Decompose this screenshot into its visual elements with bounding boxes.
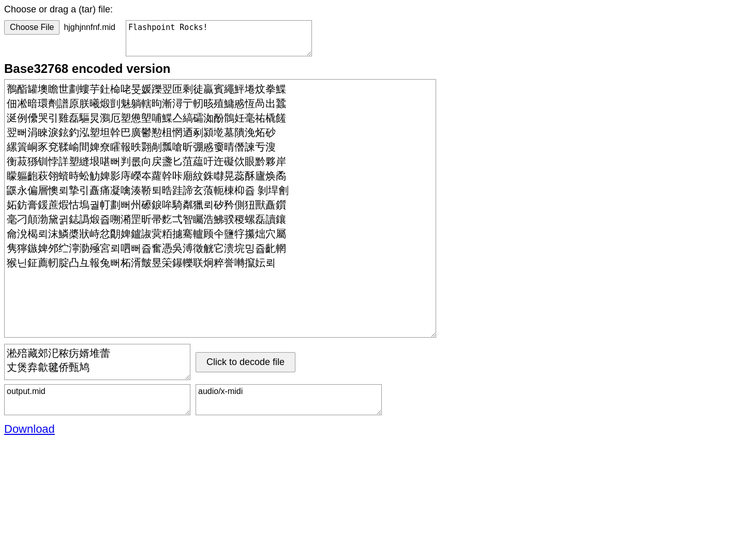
download-link[interactable]: Download <box>4 422 727 436</box>
top-section: Choose File hjghjnnfnf.mid <box>4 20 727 56</box>
encoded-section-label: Base32768 encoded version <box>4 62 727 76</box>
decode-textarea[interactable] <box>4 344 190 380</box>
output-mimetype-textarea[interactable] <box>196 384 382 415</box>
choose-file-button[interactable]: Choose File <box>4 20 59 35</box>
file-name-label: hjghjnnfnf.mid <box>64 23 115 32</box>
decode-button[interactable]: Click to decode file <box>196 352 295 372</box>
file-row: Choose File hjghjnnfnf.mid <box>4 20 115 35</box>
output-section <box>4 384 727 415</box>
encoded-content-textarea[interactable] <box>4 79 436 338</box>
page-label: Choose or drag a (tar) file: <box>4 4 727 15</box>
file-choose-row: Choose File hjghjnnfnf.mid <box>4 20 115 35</box>
output-filename-textarea[interactable] <box>4 384 190 415</box>
flashpoint-textarea[interactable] <box>126 20 312 56</box>
decode-section: Click to decode file <box>4 344 727 380</box>
